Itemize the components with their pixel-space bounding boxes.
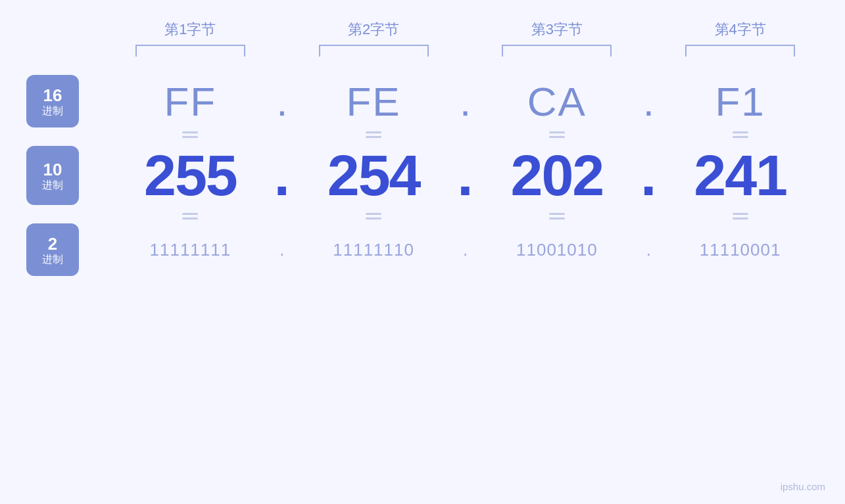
byte3-column-header: 第3字节 <box>479 20 636 57</box>
binary-value-2: 11111110 <box>295 240 452 260</box>
hex-dot-3: . <box>635 78 662 125</box>
decimal-badge-unit: 进制 <box>42 179 63 191</box>
byte1-label: 第1字节 <box>164 20 216 39</box>
decimal-badge: 10 进制 <box>26 146 79 205</box>
decimal-value-1: 255 <box>112 142 269 209</box>
byte4-bracket <box>685 45 795 57</box>
byte4-column-header: 第4字节 <box>662 20 819 57</box>
byte3-label: 第3字节 <box>531 20 583 39</box>
binary-dot-1: . <box>269 240 295 260</box>
decimal-dot-3: . <box>635 142 662 209</box>
dec-val-1: 255 <box>144 142 237 209</box>
binary-badge-number: 2 <box>48 235 57 254</box>
binary-value-3: 11001010 <box>479 240 636 260</box>
eq2-1 <box>112 213 269 219</box>
eq1-4 <box>662 131 819 138</box>
byte2-column-header: 第2字节 <box>295 20 452 57</box>
byte2-bracket <box>319 45 429 57</box>
hex-badge-number: 16 <box>43 86 62 105</box>
bin-val-3: 11001010 <box>516 240 598 260</box>
byte1-column-header: 第1字节 <box>112 20 269 57</box>
hex-dot-1: . <box>269 78 295 125</box>
hex-value-2: FE <box>295 78 452 125</box>
hex-row: 16 进制 FF . FE . CA . F1 <box>26 75 819 127</box>
eq1-3 <box>479 131 636 138</box>
binary-dot-3: . <box>635 240 662 260</box>
bin-val-4: 11110001 <box>700 240 781 260</box>
hex-val-2: FE <box>347 78 401 125</box>
eq2-4 <box>662 213 819 219</box>
watermark: ipshu.com <box>781 481 825 492</box>
eq2-2 <box>295 213 452 219</box>
hex-val-4: F1 <box>715 78 765 125</box>
hex-dot-2: . <box>452 78 479 125</box>
equals-row-1 <box>112 131 819 138</box>
dec-val-4: 241 <box>694 142 786 209</box>
equals-row-2 <box>112 213 819 219</box>
decimal-value-2: 254 <box>295 142 452 209</box>
decimal-badge-number: 10 <box>43 160 62 179</box>
decimal-value-3: 202 <box>479 142 636 209</box>
hex-values: FF . FE . CA . F1 <box>112 78 819 125</box>
hex-badge-container: 16 进制 <box>26 75 112 127</box>
hex-value-3: CA <box>479 78 636 125</box>
hex-badge: 16 进制 <box>26 75 79 127</box>
binary-badge: 2 进制 <box>26 223 79 276</box>
decimal-dot-1: . <box>269 142 295 209</box>
binary-row: 2 进制 11111111 . 11111110 . 11001010 . <box>26 223 819 276</box>
dec-val-3: 202 <box>510 142 603 209</box>
hex-badge-unit: 进制 <box>42 105 63 117</box>
binary-badge-container: 2 进制 <box>26 223 112 276</box>
binary-badge-unit: 进制 <box>42 254 63 265</box>
hex-val-1: FF <box>164 78 217 125</box>
hex-value-1: FF <box>112 78 269 125</box>
byte1-bracket <box>135 45 245 57</box>
byte2-label: 第2字节 <box>348 20 399 39</box>
byte4-label: 第4字节 <box>715 20 766 39</box>
decimal-value-4: 241 <box>662 142 819 209</box>
eq1-1 <box>112 131 269 138</box>
header-row: 第1字节 第2字节 第3字节 第4字节 <box>112 20 819 57</box>
main-container: 第1字节 第2字节 第3字节 第4字节 16 进制 FF <box>0 0 845 504</box>
binary-value-4: 11110001 <box>662 240 819 260</box>
hex-value-4: F1 <box>662 78 819 125</box>
bin-val-2: 11111110 <box>333 240 414 260</box>
decimal-badge-container: 10 进制 <box>26 146 112 205</box>
eq1-2 <box>295 131 452 138</box>
decimal-row: 10 进制 255 . 254 . 202 . 241 <box>26 142 819 209</box>
binary-values: 11111111 . 11111110 . 11001010 . 1111000… <box>112 240 819 260</box>
hex-val-3: CA <box>527 78 587 125</box>
eq2-3 <box>479 213 636 219</box>
byte3-bracket <box>502 45 612 57</box>
binary-value-1: 11111111 <box>112 240 269 260</box>
dec-val-2: 254 <box>327 142 420 209</box>
bin-val-1: 11111111 <box>150 240 231 260</box>
decimal-dot-2: . <box>452 142 479 209</box>
binary-dot-2: . <box>452 240 479 260</box>
decimal-values: 255 . 254 . 202 . 241 <box>112 142 819 209</box>
